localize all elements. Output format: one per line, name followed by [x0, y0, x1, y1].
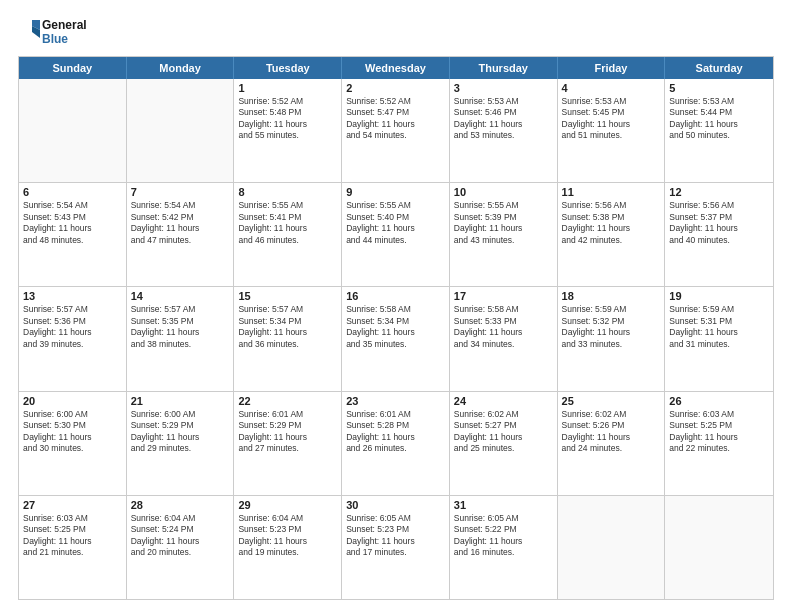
day-number: 11 — [562, 186, 661, 198]
cell-line: Sunset: 5:34 PM — [346, 316, 445, 327]
cell-line: Sunrise: 5:57 AM — [23, 304, 122, 315]
calendar-cell: 17Sunrise: 5:58 AMSunset: 5:33 PMDayligh… — [450, 287, 558, 390]
cell-line: Sunrise: 5:59 AM — [562, 304, 661, 315]
day-number: 29 — [238, 499, 337, 511]
day-number: 28 — [131, 499, 230, 511]
cell-line: Sunrise: 5:54 AM — [23, 200, 122, 211]
cell-line: Sunset: 5:27 PM — [454, 420, 553, 431]
cell-line: Daylight: 11 hours — [23, 536, 122, 547]
cell-line: and 27 minutes. — [238, 443, 337, 454]
cell-line: Sunset: 5:45 PM — [562, 107, 661, 118]
cell-line: Sunset: 5:46 PM — [454, 107, 553, 118]
header-cell-monday: Monday — [127, 57, 235, 79]
cell-line: and 33 minutes. — [562, 339, 661, 350]
calendar-cell: 31Sunrise: 6:05 AMSunset: 5:22 PMDayligh… — [450, 496, 558, 599]
day-number: 27 — [23, 499, 122, 511]
cell-line: Daylight: 11 hours — [454, 536, 553, 547]
cell-line: Daylight: 11 hours — [669, 119, 769, 130]
header-cell-wednesday: Wednesday — [342, 57, 450, 79]
cell-line: Daylight: 11 hours — [131, 536, 230, 547]
cell-line: Sunrise: 5:57 AM — [131, 304, 230, 315]
cell-line: Sunrise: 5:58 AM — [454, 304, 553, 315]
day-number: 12 — [669, 186, 769, 198]
cell-line: Daylight: 11 hours — [346, 536, 445, 547]
day-number: 21 — [131, 395, 230, 407]
cell-line: and 43 minutes. — [454, 235, 553, 246]
cell-line: and 53 minutes. — [454, 130, 553, 141]
cell-line: Sunset: 5:39 PM — [454, 212, 553, 223]
header-cell-sunday: Sunday — [19, 57, 127, 79]
cell-line: Daylight: 11 hours — [23, 223, 122, 234]
calendar-cell: 15Sunrise: 5:57 AMSunset: 5:34 PMDayligh… — [234, 287, 342, 390]
cell-line: Sunrise: 5:53 AM — [562, 96, 661, 107]
calendar-cell: 3Sunrise: 5:53 AMSunset: 5:46 PMDaylight… — [450, 79, 558, 182]
cell-line: Sunrise: 6:05 AM — [454, 513, 553, 524]
cell-line: Sunset: 5:23 PM — [238, 524, 337, 535]
cell-line: Sunset: 5:29 PM — [238, 420, 337, 431]
day-number: 22 — [238, 395, 337, 407]
calendar-cell — [665, 496, 773, 599]
calendar-cell: 25Sunrise: 6:02 AMSunset: 5:26 PMDayligh… — [558, 392, 666, 495]
header-cell-thursday: Thursday — [450, 57, 558, 79]
cell-line: and 29 minutes. — [131, 443, 230, 454]
cell-line: and 25 minutes. — [454, 443, 553, 454]
calendar: SundayMondayTuesdayWednesdayThursdayFrid… — [18, 56, 774, 600]
cell-line: Sunrise: 5:57 AM — [238, 304, 337, 315]
cell-line: Sunrise: 5:55 AM — [346, 200, 445, 211]
cell-line: and 38 minutes. — [131, 339, 230, 350]
calendar-cell: 12Sunrise: 5:56 AMSunset: 5:37 PMDayligh… — [665, 183, 773, 286]
calendar-header: SundayMondayTuesdayWednesdayThursdayFrid… — [19, 57, 773, 79]
cell-line: Daylight: 11 hours — [238, 119, 337, 130]
day-number: 30 — [346, 499, 445, 511]
cell-line: Sunset: 5:28 PM — [346, 420, 445, 431]
cell-line: and 54 minutes. — [346, 130, 445, 141]
cell-line: Sunset: 5:47 PM — [346, 107, 445, 118]
cell-line: and 40 minutes. — [669, 235, 769, 246]
cell-line: and 51 minutes. — [562, 130, 661, 141]
day-number: 18 — [562, 290, 661, 302]
cell-line: and 44 minutes. — [346, 235, 445, 246]
calendar-cell: 4Sunrise: 5:53 AMSunset: 5:45 PMDaylight… — [558, 79, 666, 182]
cell-line: and 55 minutes. — [238, 130, 337, 141]
calendar-cell: 18Sunrise: 5:59 AMSunset: 5:32 PMDayligh… — [558, 287, 666, 390]
cell-line: Sunset: 5:40 PM — [346, 212, 445, 223]
cell-line: and 46 minutes. — [238, 235, 337, 246]
day-number: 13 — [23, 290, 122, 302]
calendar-row-1: 6Sunrise: 5:54 AMSunset: 5:43 PMDaylight… — [19, 182, 773, 286]
cell-line: Sunset: 5:42 PM — [131, 212, 230, 223]
cell-line: and 39 minutes. — [23, 339, 122, 350]
cell-line: Sunrise: 6:04 AM — [131, 513, 230, 524]
calendar-cell: 19Sunrise: 5:59 AMSunset: 5:31 PMDayligh… — [665, 287, 773, 390]
day-number: 31 — [454, 499, 553, 511]
cell-line: Sunrise: 6:03 AM — [669, 409, 769, 420]
cell-line: Daylight: 11 hours — [346, 432, 445, 443]
calendar-cell: 27Sunrise: 6:03 AMSunset: 5:25 PMDayligh… — [19, 496, 127, 599]
calendar-row-0: 1Sunrise: 5:52 AMSunset: 5:48 PMDaylight… — [19, 79, 773, 182]
calendar-cell: 22Sunrise: 6:01 AMSunset: 5:29 PMDayligh… — [234, 392, 342, 495]
day-number: 4 — [562, 82, 661, 94]
cell-line: Sunrise: 5:56 AM — [562, 200, 661, 211]
calendar-row-4: 27Sunrise: 6:03 AMSunset: 5:25 PMDayligh… — [19, 495, 773, 599]
cell-line: Daylight: 11 hours — [346, 327, 445, 338]
cell-line: Sunset: 5:32 PM — [562, 316, 661, 327]
cell-line: Sunset: 5:37 PM — [669, 212, 769, 223]
cell-line: Sunrise: 5:52 AM — [346, 96, 445, 107]
cell-line: and 21 minutes. — [23, 547, 122, 558]
cell-line: and 42 minutes. — [562, 235, 661, 246]
day-number: 24 — [454, 395, 553, 407]
cell-line: Daylight: 11 hours — [238, 327, 337, 338]
cell-line: Daylight: 11 hours — [131, 432, 230, 443]
calendar-cell: 10Sunrise: 5:55 AMSunset: 5:39 PMDayligh… — [450, 183, 558, 286]
cell-line: Sunset: 5:36 PM — [23, 316, 122, 327]
day-number: 5 — [669, 82, 769, 94]
cell-line: Sunrise: 6:03 AM — [23, 513, 122, 524]
cell-line: Sunset: 5:34 PM — [238, 316, 337, 327]
day-number: 16 — [346, 290, 445, 302]
cell-line: and 50 minutes. — [669, 130, 769, 141]
calendar-cell: 13Sunrise: 5:57 AMSunset: 5:36 PMDayligh… — [19, 287, 127, 390]
cell-line: Sunrise: 5:56 AM — [669, 200, 769, 211]
cell-line: Daylight: 11 hours — [454, 223, 553, 234]
cell-line: Daylight: 11 hours — [669, 327, 769, 338]
calendar-cell: 16Sunrise: 5:58 AMSunset: 5:34 PMDayligh… — [342, 287, 450, 390]
calendar-cell: 9Sunrise: 5:55 AMSunset: 5:40 PMDaylight… — [342, 183, 450, 286]
